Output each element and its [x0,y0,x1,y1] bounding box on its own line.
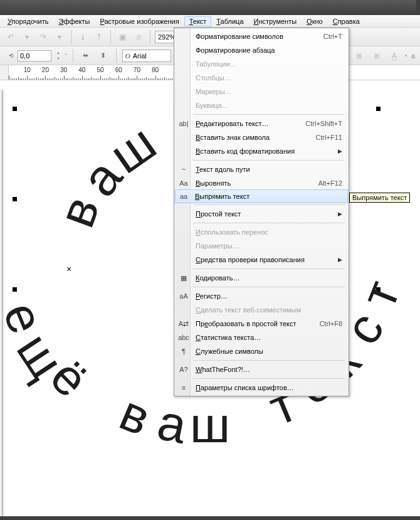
text-character: а [153,393,192,455]
menu-item-icon: ab| [178,118,189,129]
menu-item[interactable]: ab|Редактировать текст…Ctrl+Shift+T [176,117,347,130]
list-button-1[interactable]: ≣ [352,49,366,63]
ruler-number: 10 [24,66,31,73]
submenu-arrow-icon: ▶ [338,148,342,154]
menubar: УпорядочитьЭффектыРастровые изображенияТ… [0,15,420,28]
app-launcher-button[interactable]: ▣ [115,30,129,44]
menu-item-icon: A? [178,364,189,375]
ruler-number: 50 [97,66,103,73]
ruler-number: 30 [60,66,67,73]
text-character: ш [190,396,230,454]
selection-handle[interactable] [13,197,17,201]
menu-item[interactable]: A?WhatTheFont?!… [176,363,347,376]
mirror-h-button[interactable]: ⬌ [79,49,93,63]
ruler-number: 60 [115,66,122,73]
submenu-arrow-icon: ▶ [338,211,342,217]
rotation-input[interactable]: 0,0 [18,50,51,61]
menu-item: Параметры… [176,239,347,253]
welcome-button[interactable]: ⎚ [132,30,145,44]
coord-spinner[interactable]: ▲▼ [55,50,61,61]
redo-button[interactable]: ↷ [36,30,50,44]
menubar-item[interactable]: Упорядочить [3,16,53,26]
menubar-item[interactable]: Инструменты [249,16,302,26]
menubar-item[interactable]: Текст [184,16,212,26]
mirror-v-button[interactable]: ⬍ [97,49,110,63]
frame-right [416,0,420,15]
tooltip: Выпрямить текст [349,193,410,203]
ruler-number: 40 [78,66,85,73]
menu-item[interactable]: ▦Кодировать… [176,271,347,285]
text-menu-dropdown: Форматирование символовCtrl+TФорматирова… [174,28,349,396]
undo-dropdown[interactable]: ▾ [20,30,34,44]
menu-item-icon: Aa [178,178,189,189]
menu-item: Маркеры… [176,85,347,98]
zoom-value: 292% [158,33,176,41]
menu-item: Буквица… [176,98,347,112]
selection-handle[interactable] [376,107,381,111]
menu-item[interactable]: ~Текст вдоль пути [176,162,347,176]
selection-center-icon: × [66,264,71,274]
menu-item-icon: aa [178,191,189,202]
import-button[interactable]: ⤓ [76,30,90,44]
ruler-number: 80 [152,66,159,73]
menu-item-icon: ~ [178,164,189,175]
menu-item[interactable]: A⇄Преобразовать в простой текстCtrl+F8 [176,317,347,331]
selection-handle[interactable] [13,287,17,292]
menu-item-icon: A⇄ [178,318,189,329]
menubar-item[interactable]: Таблица [211,16,248,26]
page-shadow [0,90,3,520]
text-character: в [112,384,159,447]
font-type-icon: O [125,52,130,60]
menu-item-icon: ¶ [178,346,189,357]
menubar-item[interactable]: Эффекты [53,16,95,26]
selection-handle[interactable] [13,107,17,111]
menu-item[interactable]: Форматирование абзаца [176,43,347,57]
ruler-origin[interactable] [0,65,9,80]
menu-item[interactable]: aaВыпрямить текст [175,189,348,203]
menu-item-icon: abc [178,332,189,343]
menubar-item[interactable]: Растровые изображения [95,16,184,26]
menu-item[interactable]: Вставить код форматирования▶ [176,144,347,158]
menu-item-icon: ▦ [178,272,189,284]
menu-item-icon: ≡ [178,382,189,393]
export-button[interactable]: ⤒ [92,30,106,44]
title-bar [0,0,420,15]
ruler-number: 20 [42,66,49,73]
coord-value: 0,0 [20,52,29,60]
font-name: Arial [133,52,147,60]
list-button-2[interactable]: ≣ [370,49,384,63]
menu-item[interactable]: Форматирование символовCtrl+T [176,29,347,43]
menu-item[interactable]: AaВыровнятьAlt+F12 [176,176,347,190]
menubar-item[interactable]: Справка [328,16,365,26]
text-format-button[interactable]: A̲ [387,49,401,63]
menu-item[interactable]: aAРегистр… [176,289,347,303]
menu-item[interactable]: Вставить знак символаCtrl+F11 [176,130,347,144]
a-icon: a [411,52,415,60]
font-combo[interactable]: O Arial [122,50,171,62]
menu-item[interactable]: Простой текст▶ [176,207,347,221]
menubar-item[interactable]: Окно [302,16,328,26]
menu-item[interactable]: Средства проверки правописания▶ [176,253,347,267]
menu-item[interactable]: ¶Служебные символы [176,344,347,358]
frame-bottom [0,516,420,520]
ruler-number: 70 [134,66,140,73]
rotate-icon: ⟲ [9,53,14,59]
undo-button[interactable]: ↶ [4,30,18,44]
menu-item: Табуляции… [176,57,347,71]
menu-item: Столбцы… [176,71,347,85]
menu-item[interactable]: ≡Параметры списка шрифтов… [176,381,347,395]
menu-item[interactable]: abcСтатистика текста… [176,331,347,344]
menu-item: Использовать перенос [176,225,347,239]
submenu-arrow-icon: ▶ [338,257,342,263]
menu-item: Сделать текст веб-совместимым [176,303,347,317]
menu-item-icon: aA [178,290,189,302]
redo-dropdown[interactable]: ▾ [53,30,66,44]
